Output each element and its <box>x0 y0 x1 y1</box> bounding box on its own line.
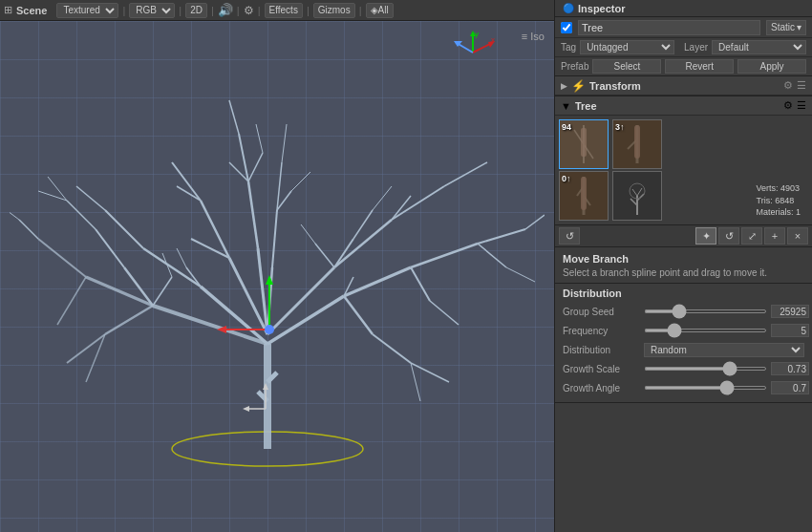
move-branch-section: Move Branch Select a branch spline point… <box>555 247 812 284</box>
distribution-section: Distribution Group Seed Frequency Dis <box>555 284 812 402</box>
svg-line-20 <box>105 210 143 248</box>
thumb-item-1[interactable]: 3↑ <box>612 119 662 169</box>
object-enabled-checkbox[interactable] <box>561 22 572 33</box>
svg-line-28 <box>248 181 258 248</box>
svg-line-64 <box>177 248 186 267</box>
divider3: | <box>211 5 214 16</box>
thumb-label-1: 3↑ <box>615 122 625 132</box>
svg-rect-97 <box>581 177 587 210</box>
svg-line-12 <box>96 229 124 267</box>
svg-line-37 <box>478 229 525 244</box>
growth-angle-slider[interactable] <box>644 386 767 390</box>
group-seed-value[interactable] <box>771 305 809 318</box>
svg-line-53 <box>478 244 506 267</box>
layer-select[interactable]: Default <box>712 40 806 54</box>
scene-panel: ⊞ Scene Textured | RGB | 2D | 🔊 | ⚙ | Ef… <box>0 0 555 532</box>
frequency-value[interactable] <box>771 324 809 337</box>
transform-header[interactable]: ▶ ⚡ Transform ⚙ ☰ <box>555 76 812 96</box>
group-seed-slider[interactable] <box>644 309 767 313</box>
distribution-type-label: Distribution <box>563 345 644 355</box>
growth-angle-label: Growth Angle <box>563 383 644 394</box>
object-enabled-input[interactable] <box>561 22 572 33</box>
svg-line-44 <box>411 363 420 401</box>
svg-line-39 <box>411 267 430 301</box>
revert-btn[interactable]: Revert <box>665 59 734 74</box>
thumb-item-0[interactable]: 94 <box>559 119 609 169</box>
thumb-item-3[interactable] <box>612 171 662 221</box>
move-branch-title: Move Branch <box>563 253 804 265</box>
svg-line-7 <box>57 277 86 325</box>
color-select[interactable]: RGB <box>129 3 175 18</box>
tree-component-header[interactable]: ▼ Tree ⚙ ☰ <box>555 96 812 116</box>
inspector-tag-row: Tag Untagged Layer Default <box>555 38 812 57</box>
distribution-select[interactable]: Random <box>644 343 804 357</box>
svg-line-47 <box>392 186 444 220</box>
divider1: | <box>122 5 125 16</box>
tree-tool-scale[interactable]: ⤢ <box>741 227 762 245</box>
materials-text: Materials: 1 <box>756 206 801 219</box>
transform-icon: ⚡ <box>571 79 586 93</box>
tree-tool-move[interactable]: ✦ <box>695 227 716 245</box>
svg-line-46 <box>334 220 392 267</box>
prefab-label: Prefab <box>561 61 588 72</box>
growth-angle-row: Growth Angle <box>563 379 804 396</box>
tag-select[interactable]: Untagged <box>580 40 674 54</box>
static-dropdown-icon: ▾ <box>797 22 801 32</box>
scene-viewport[interactable]: y x ≡ Iso <box>0 21 554 532</box>
tree-tool-rotate[interactable]: ↺ <box>718 227 739 245</box>
group-seed-row: Group Seed <box>563 303 804 320</box>
divider5: | <box>258 5 261 16</box>
growth-scale-slider[interactable] <box>644 367 767 371</box>
svg-line-25 <box>177 186 201 201</box>
static-button[interactable]: Static ▾ <box>766 20 806 35</box>
svg-line-42 <box>373 334 411 363</box>
transform-gear-icon[interactable]: ⚙ <box>783 79 793 92</box>
scene-title: Scene <box>16 5 47 16</box>
tree-thumbnails: 94 3↑ <box>555 116 812 224</box>
iso-label: ≡ Iso <box>522 31 545 42</box>
tree-tool-refresh[interactable]: ↺ <box>559 227 580 245</box>
audio-icon: 🔊 <box>218 3 233 17</box>
growth-angle-slider-container <box>644 381 812 394</box>
thumb-item-2[interactable]: 0↑ <box>559 171 609 221</box>
growth-angle-value[interactable] <box>771 381 809 394</box>
2d-btn[interactable]: 2D <box>185 3 207 18</box>
svg-line-54 <box>506 267 535 282</box>
divider2: | <box>179 5 182 16</box>
svg-line-41 <box>344 296 373 334</box>
iso-text: ≡ Iso <box>522 31 545 42</box>
apply-btn[interactable]: Apply <box>737 59 806 74</box>
svg-line-57 <box>277 162 282 210</box>
svg-line-49 <box>392 196 411 220</box>
svg-marker-76 <box>243 406 249 412</box>
tree-toolbar: ↺ ✦ ↺ ⤢ + × <box>555 224 812 247</box>
axis-svg: y x <box>449 29 497 76</box>
tree-gear-icon[interactable]: ⚙ <box>783 99 793 112</box>
svg-line-32 <box>248 153 263 181</box>
object-name-field[interactable] <box>578 20 760 35</box>
transform-arrow: ▶ <box>561 81 567 91</box>
all-btn[interactable]: ◈All <box>366 3 394 18</box>
group-seed-label: Group Seed <box>563 307 644 317</box>
tree-menu-icon[interactable]: ☰ <box>797 99 806 112</box>
transform-menu-icon[interactable]: ☰ <box>797 79 806 92</box>
svg-line-36 <box>411 244 478 267</box>
select-btn[interactable]: Select <box>592 59 661 74</box>
growth-scale-slider-container <box>644 362 812 375</box>
verts-info: Verts: 4903 Tris: 6848 Materials: 1 <box>756 182 801 219</box>
frequency-slider[interactable] <box>644 329 767 332</box>
thumb-label-2: 0↑ <box>562 174 571 183</box>
gizmos-btn[interactable]: Gizmos <box>313 3 355 18</box>
tree-tool-delete[interactable]: × <box>787 227 808 245</box>
distribution-row: Distribution Random <box>563 341 804 358</box>
move-branch-description: Select a branch spline point and drag to… <box>563 266 804 279</box>
svg-line-30 <box>229 100 239 134</box>
tree-tool-add[interactable]: + <box>764 227 785 245</box>
shading-select[interactable]: Textured <box>56 3 118 18</box>
growth-scale-value[interactable] <box>771 362 809 375</box>
svg-rect-88 <box>581 128 587 157</box>
effects-btn[interactable]: Effects <box>265 3 303 18</box>
svg-line-34 <box>267 296 344 344</box>
growth-scale-row: Growth Scale <box>563 360 804 377</box>
transform-section: ▶ ⚡ Transform ⚙ ☰ <box>555 76 812 96</box>
